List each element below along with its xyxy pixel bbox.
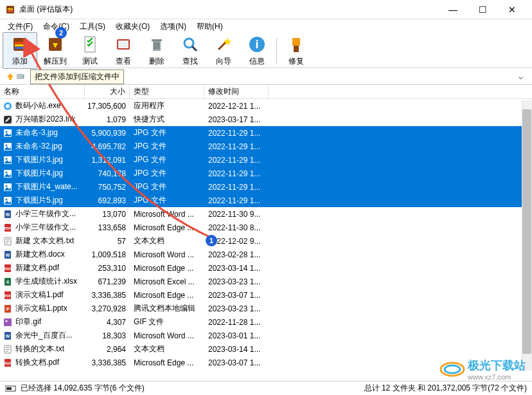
extract-icon — [45, 34, 66, 55]
svg-text:i: i — [255, 38, 258, 51]
file-date: 2023-03-07 1... — [204, 358, 269, 367]
file-name: 万兴喵影2023.lnk — [15, 114, 85, 125]
delete-icon — [146, 34, 167, 55]
scrollbar-thumb[interactable] — [522, 109, 531, 354]
repair-button[interactable]: 修复 — [279, 33, 313, 68]
file-size: 750,752 — [85, 183, 130, 192]
file-icon: PDF — [2, 290, 13, 300]
file-date: 2022-11-29 1... — [204, 156, 269, 165]
file-size: 692,893 — [85, 196, 130, 205]
file-row[interactable]: W小学三年级作文...13,070Microsoft Word ...2022-… — [0, 207, 532, 221]
wizard-button[interactable]: 向导 — [207, 33, 240, 68]
file-icon: PDF — [2, 358, 13, 368]
up-icon[interactable] — [5, 71, 15, 82]
file-list-header: 名称 大小 类型 修改时间 — [0, 85, 532, 99]
svg-rect-4 — [15, 42, 25, 44]
extract-button[interactable]: 解压到 — [37, 33, 73, 68]
file-icon — [2, 196, 13, 206]
file-row[interactable]: 下载图片5.jpg692,893JPG 文件2022-11-29 1... — [0, 194, 532, 207]
file-icon — [2, 182, 13, 192]
file-row[interactable]: 转换的文本.txt2,964文本文档2023-03-14 1... — [0, 342, 532, 356]
file-row[interactable]: PDF小学三年级作文...133,658Microsoft Edge ...20… — [0, 221, 532, 234]
window-title: 桌面 (评估版本) — [19, 4, 73, 15]
file-row[interactable]: 万兴喵影2023.lnk1,079快捷方式2023-03-17 1... — [0, 113, 532, 126]
menu-command[interactable]: 命令(C) — [38, 20, 75, 33]
file-row[interactable]: W余光中_百度百...18,303Microsoft Word ...2023-… — [0, 329, 532, 342]
test-button[interactable]: 测试 — [73, 33, 107, 68]
file-date: 2022-11-29 1... — [204, 142, 269, 151]
file-type: Microsoft Word ... — [130, 250, 204, 259]
menu-help[interactable]: 帮助(H) — [191, 20, 228, 33]
statusbar: 已经选择 14,092,635 字节(6 个文件) 总计 12 文件夹 和 20… — [0, 381, 532, 395]
file-row[interactable]: W新建文档.docx1,009,518Microsoft Word ...202… — [0, 248, 532, 261]
file-row[interactable]: 数码小站.exe17,305,600应用程序2022-12-21 1... — [0, 99, 532, 113]
file-size: 2,964 — [85, 345, 130, 354]
drive-icon — [15, 71, 26, 82]
add-button[interactable]: 添加 — [3, 32, 37, 69]
file-date: 2023-03-23 1... — [204, 304, 269, 313]
menubar: 文件(F) 命令(C) 工具(S) 收藏夹(O) 选项(N) 帮助(H) — [0, 19, 532, 33]
file-icon — [2, 236, 13, 246]
svg-text:P: P — [6, 307, 10, 311]
file-icon — [2, 128, 13, 138]
close-button[interactable]: ✕ — [497, 0, 527, 19]
file-type: 文本文档 — [130, 344, 204, 354]
path-dropdown[interactable]: ⌵ — [514, 72, 527, 81]
menu-file[interactable]: 文件(F) — [3, 20, 38, 33]
status-selected: 已经选择 14,092,635 字节(6 个文件) — [21, 383, 145, 394]
svg-point-57 — [6, 320, 8, 322]
svg-point-31 — [6, 158, 8, 160]
file-row[interactable]: PDF新建文档.pdf253,310Microsoft Edge ...2023… — [0, 261, 532, 275]
header-size[interactable]: 大小 — [85, 85, 130, 98]
file-type: Microsoft Edge ... — [130, 291, 204, 300]
file-name: 新建文档.pdf — [15, 262, 85, 273]
svg-rect-2 — [8, 10, 13, 12]
menu-favorites[interactable]: 收藏夹(O) — [111, 20, 155, 33]
file-icon: PDF — [2, 263, 13, 273]
file-size: 671,239 — [85, 277, 130, 286]
toolbar: 添加 解压到 测试 查看 删除 查找 向导 i 信息 修复 — [0, 33, 532, 68]
file-row[interactable]: X学生成绩统计.xlsx671,239Microsoft Excel ...20… — [0, 275, 532, 288]
file-size: 4,307 — [85, 318, 130, 327]
file-size: 4,695,782 — [85, 142, 130, 151]
file-row[interactable]: 印章.gif4,307GIF 文件2022-11-28 1... — [0, 315, 532, 329]
minimize-button[interactable]: ― — [438, 0, 468, 19]
file-row[interactable]: 下载图片3.jpg1,312,091JPG 文件2022-11-29 1... — [0, 153, 532, 167]
file-size: 253,310 — [85, 264, 130, 273]
header-name[interactable]: 名称 — [0, 85, 85, 98]
svg-point-27 — [6, 131, 8, 133]
svg-rect-12 — [152, 39, 162, 41]
view-button[interactable]: 查看 — [107, 33, 140, 68]
menu-tools[interactable]: 工具(S) — [75, 20, 111, 33]
file-type: JPG 文件 — [130, 154, 204, 165]
maximize-button[interactable]: ☐ — [468, 0, 497, 19]
header-type[interactable]: 类型 — [130, 85, 204, 98]
file-name: 新建 文本文档.txt — [15, 235, 85, 246]
add-icon — [10, 34, 30, 55]
file-date: 2022-11-30 9... — [204, 210, 269, 219]
info-button[interactable]: i 信息 — [240, 33, 274, 68]
file-type: JPG 文件 — [130, 168, 204, 179]
file-row[interactable]: 新建 文本文档.txt57文本文档2022-12-02 9... — [0, 234, 532, 248]
svg-text:PDF: PDF — [4, 294, 11, 298]
file-type: Microsoft Edge ... — [130, 358, 204, 367]
file-row[interactable]: 下载图片4.jpg740,178JPG 文件2022-11-29 1... — [0, 167, 532, 180]
file-row[interactable]: 未命名-32.jpg4,695,782JPG 文件2022-11-29 1... — [0, 140, 532, 153]
menu-options[interactable]: 选项(N) — [155, 20, 191, 33]
file-row[interactable]: 未命名-3.jpg5,900,939JPG 文件2022-11-29 1... — [0, 126, 532, 140]
file-type: Microsoft Word ... — [130, 331, 204, 340]
file-row[interactable]: 下载图片4_wate...750,752JPG 文件2022-11-29 1..… — [0, 180, 532, 194]
file-row[interactable]: PDF转换文档.pdf3,336,385Microsoft Edge ...20… — [0, 356, 532, 369]
find-button[interactable]: 查找 — [173, 33, 207, 68]
file-list[interactable]: 数码小站.exe17,305,600应用程序2022-12-21 1...万兴喵… — [0, 99, 532, 369]
file-name: 印章.gif — [15, 317, 85, 327]
file-row[interactable]: PDF演示文稿1.pdf3,336,385Microsoft Edge ...2… — [0, 288, 532, 302]
header-date[interactable]: 修改时间 — [204, 85, 269, 98]
svg-text:PDF: PDF — [4, 267, 11, 271]
file-date: 2022-11-30 8... — [204, 223, 269, 232]
file-row[interactable]: P演示文稿1.pptx3,270,928腾讯文档本地编辑2023-03-23 1… — [0, 302, 532, 315]
file-date: 2023-03-23 1... — [204, 277, 269, 286]
file-icon — [2, 101, 13, 111]
svg-text:W: W — [6, 253, 10, 257]
delete-button[interactable]: 删除 — [140, 33, 173, 68]
